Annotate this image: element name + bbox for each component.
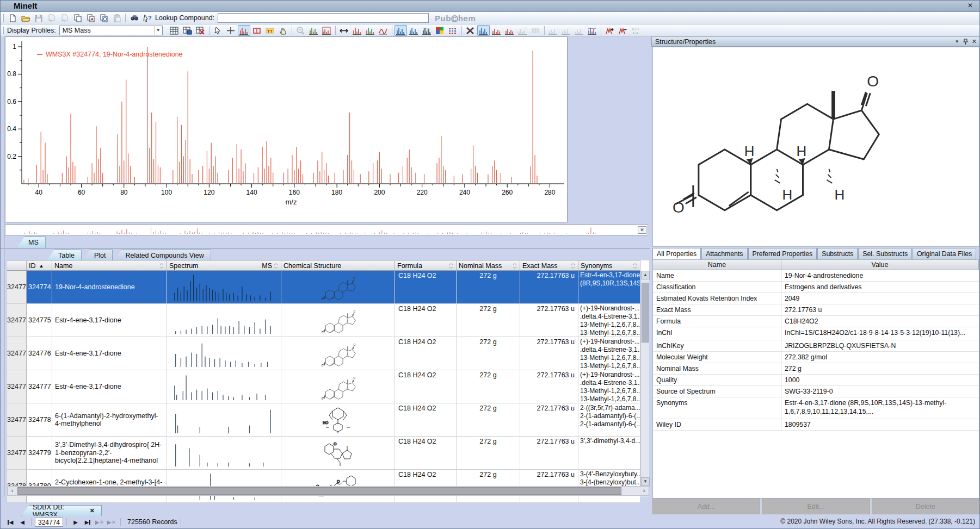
ms-view-tab[interactable]: MS: [17, 237, 46, 248]
peak-label-icon[interactable]: [516, 25, 529, 36]
tab-sel-substructs[interactable]: Sel. Substructs: [858, 248, 912, 259]
prop-header-name[interactable]: Name: [653, 260, 781, 270]
cell-id[interactable]: 324774: [27, 271, 52, 304]
cell-exact-mass[interactable]: 272.17763 u: [520, 337, 578, 370]
delete-record-button[interactable]: ▶✕: [106, 517, 117, 527]
cell-spectrum[interactable]: [167, 337, 281, 370]
grid-display-icon[interactable]: [421, 25, 433, 36]
tab-table[interactable]: Table: [47, 250, 82, 261]
comb-display-icon[interactable]: [529, 25, 542, 36]
cell-structure[interactable]: O O: [281, 337, 395, 370]
row-gutter[interactable]: 32477: [7, 370, 27, 403]
property-value[interactable]: Estr-4-en-3,17-dione (8R,9S,10R,13S,14S)…: [781, 397, 979, 419]
horizontal-scrollbar[interactable]: ‹ ›: [7, 486, 649, 496]
tab-all-properties[interactable]: All Properties: [652, 248, 701, 259]
column-header-id[interactable]: ID▲: [27, 260, 52, 271]
property-value[interactable]: C18H24O2: [781, 316, 979, 327]
property-value[interactable]: 1000: [781, 375, 979, 386]
copy-icon[interactable]: [71, 13, 84, 23]
cell-nominal-mass[interactable]: 272 g: [457, 304, 520, 337]
scroll-right-icon[interactable]: ›: [639, 487, 649, 495]
new-file-icon[interactable]: [6, 13, 19, 23]
msms-display-icon[interactable]: [408, 25, 420, 36]
property-value[interactable]: Estrogens and derivatives: [781, 282, 979, 293]
column-header-synonyms[interactable]: Synonyms: [578, 260, 640, 271]
cell-exact-mass[interactable]: 272.17763 u: [520, 370, 578, 403]
panel-header[interactable]: Structure/Properties ▼ ✕: [651, 36, 980, 47]
property-value[interactable]: 272 g: [781, 363, 979, 375]
cell-id[interactable]: 324777: [27, 370, 52, 403]
column-header-structure[interactable]: Chemical Structure: [281, 260, 395, 271]
cell-exact-mass[interactable]: 272.17763 u: [520, 437, 578, 470]
open-file-icon[interactable]: [19, 13, 32, 23]
database-tab[interactable]: SDBX DB: WMS3X ✕: [21, 505, 102, 516]
cell-name[interactable]: Estr-4-ene-3,17-dione: [52, 304, 167, 337]
prop-header-value[interactable]: Value: [781, 260, 979, 270]
select-tool-icon[interactable]: [212, 25, 224, 36]
cell-formula[interactable]: C18 H24 O2: [395, 437, 457, 470]
spectrum-zoom-icon[interactable]: [307, 25, 320, 36]
cell-spectrum[interactable]: [167, 403, 281, 437]
cell-synonyms[interactable]: Estr-4-en-3,17-dione(8R,9S,10R,13S,14S..…: [578, 271, 640, 304]
cell-synonyms[interactable]: (+)-19-Norandrost-....delta.4-Estrene-3,…: [578, 370, 640, 403]
row-gutter[interactable]: 32477: [7, 271, 27, 304]
pin-icon[interactable]: [963, 39, 968, 45]
cell-name[interactable]: Estr-4-ene-3,17-dione: [52, 370, 167, 403]
cell-id[interactable]: 324775: [27, 304, 52, 337]
cell-structure[interactable]: O: [281, 437, 395, 470]
pane-divider[interactable]: [1, 248, 650, 249]
ms-display-icon[interactable]: [395, 25, 407, 36]
overview-close-icon[interactable]: ✕: [638, 226, 646, 234]
property-value[interactable]: JRIZOGLBRPZBLQ-QXUSFIETSA-N: [781, 340, 979, 352]
peak-pick-icon[interactable]: [238, 25, 250, 36]
display-profiles-select[interactable]: MS Mass ▼: [59, 26, 163, 35]
column-header-formula[interactable]: Formula: [395, 260, 457, 271]
database-tab-close-icon[interactable]: ✕: [90, 507, 95, 514]
column-header-exact[interactable]: Exact Mass: [520, 260, 578, 271]
vertical-scrollbar[interactable]: ▲ ▼: [640, 271, 649, 486]
annotate-icon[interactable]: TT: [264, 25, 276, 36]
scale-up-icon[interactable]: [560, 25, 572, 36]
property-value[interactable]: 272.382 g/mol: [781, 352, 979, 363]
scroll-left-icon[interactable]: ‹: [8, 487, 17, 495]
cell-structure[interactable]: O O: [281, 304, 395, 337]
mass-subtract-icon[interactable]: [617, 25, 629, 36]
last-record-button[interactable]: ▶: [82, 517, 93, 527]
toolbar-grip[interactable]: [2, 14, 4, 22]
property-value[interactable]: 19-Nor-4-androstenedione: [781, 270, 979, 282]
region-zoom-icon[interactable]: [251, 25, 263, 36]
cell-formula[interactable]: C18 H24 O2: [395, 304, 457, 337]
cell-nominal-mass[interactable]: 272 g: [457, 437, 520, 470]
cell-structure[interactable]: O O: [281, 370, 395, 403]
cell-nominal-mass[interactable]: 272 g: [457, 403, 520, 437]
cell-synonyms[interactable]: (+)-19-Norandrost-....delta.4-Estrene-3,…: [578, 304, 640, 337]
row-gutter[interactable]: 32477: [7, 403, 27, 437]
lookup-compound-input[interactable]: [218, 13, 429, 23]
mass-add-icon[interactable]: [603, 25, 616, 36]
stack-spectra-icon[interactable]: [490, 25, 503, 36]
cell-spectrum[interactable]: [167, 437, 281, 470]
cell-exact-mass[interactable]: 272.17763 u: [520, 271, 578, 304]
spectrum-chart[interactable]: 10.80.60.40.2406080100120140160180200220…: [5, 36, 568, 222]
cell-id[interactable]: 324779: [27, 437, 52, 470]
cell-exact-mass[interactable]: 272.17763 u: [520, 304, 578, 337]
cell-structure[interactable]: HO: [281, 403, 395, 437]
add-button[interactable]: Add...: [652, 499, 760, 514]
context-help-icon[interactable]: ?: [141, 13, 153, 23]
vertical-scroll-thumb[interactable]: [642, 283, 649, 343]
export-icon[interactable]: [45, 13, 58, 23]
fit-width-icon[interactable]: [338, 25, 350, 36]
cell-formula[interactable]: C18 H24 O2: [395, 337, 457, 370]
baseline-icon[interactable]: [377, 25, 390, 36]
cell-spectrum[interactable]: [167, 370, 281, 403]
zoom-out-icon[interactable]: [294, 25, 307, 36]
toolbar-grip[interactable]: [2, 27, 4, 34]
row-gutter[interactable]: 32477: [7, 337, 27, 370]
cell-name[interactable]: 3',3'-Dimethyl-3,4-dihydrospiro{ 2H-1-be…: [52, 437, 167, 470]
import-icon[interactable]: [58, 13, 71, 23]
window-close-button[interactable]: ✕: [964, 2, 976, 10]
cell-nominal-mass[interactable]: 272 g: [457, 370, 520, 403]
normalize-icon[interactable]: [547, 25, 559, 36]
crosshair-tool-icon[interactable]: [225, 25, 237, 36]
scale-down-icon[interactable]: [573, 25, 585, 36]
